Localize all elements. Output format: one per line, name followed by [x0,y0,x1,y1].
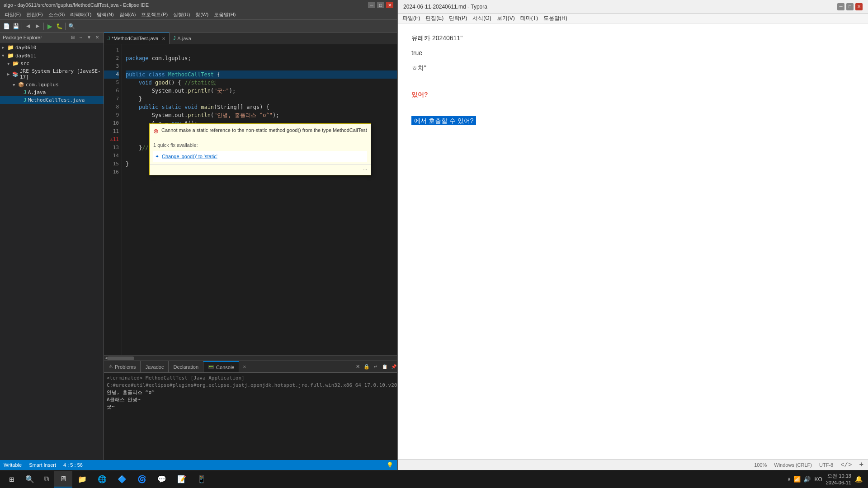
code-line-2: package com.lguplus; [126,54,397,62]
eclipse-maximize-btn[interactable]: □ [377,2,384,8]
typora-add-btn[interactable]: + [859,461,863,469]
volume-icon[interactable]: 🔊 [803,476,811,483]
taskbar-time-block[interactable]: 오전 10:13 2024-06-11 [826,473,851,486]
taskbar-item-chrome[interactable]: 🌐 [92,471,112,488]
taskbar-lang: KO [814,476,822,483]
open-in-editor-btn[interactable]: 📋 [381,363,389,371]
typora-minimize-btn[interactable]: ─ [837,3,844,10]
line-num-14: 14 [104,152,119,160]
link-with-editor-btn[interactable]: ↔ [77,34,85,41]
taskbar-search[interactable]: 🔍 [22,471,38,488]
h-scroll-thumb[interactable] [107,357,134,360]
chevron-icon[interactable]: ∧ [788,476,791,483]
tab-close-methodcall[interactable]: ✕ [162,36,165,41]
taskbar-item-eclipse[interactable]: 🖥 [54,471,72,488]
typora-menu-file[interactable]: 파일(F) [400,14,423,23]
word-wrap-btn[interactable]: ↵ [372,363,380,371]
toolbar-new-btn[interactable]: 📄 [2,22,11,31]
taskbar-item-explorer[interactable]: 📁 [72,471,92,488]
eclipse-pane: algo - day0611/src/com/lguplus/MethodCal… [0,0,398,470]
taskbar-taskview[interactable]: ⧉ [38,471,54,488]
menu-help[interactable]: 도움말(H) [211,10,238,19]
menu-file[interactable]: 파일(F) [2,10,24,19]
menu-run[interactable]: 실행(U) [170,10,193,19]
menu-source[interactable]: 소스(S) [46,10,68,19]
typora-close-btn[interactable]: ✕ [855,3,863,10]
arrow-icon: ▶ [2,45,7,50]
typora-menu-paragraph[interactable]: 단락(P) [446,14,470,23]
typora-code-btn[interactable]: </> [840,461,852,469]
menu-refactor[interactable]: 리팩터(T) [67,10,94,19]
tab-console[interactable]: 📟 Console [203,361,239,372]
typora-content[interactable]: 유레카 20240611" true ㅎ차" 있어? 에서 호출할 수 있어? [398,23,868,459]
code-line-9: System.out.println("안녕, 홍플리스 ^o^"); [126,111,397,119]
start-button[interactable]: ⊞ [2,471,22,488]
typora-line-3: ㅎ차" [411,62,854,74]
toolbar-fwd-btn[interactable]: ▶ [33,22,42,31]
console-close-btn[interactable]: ✕ [240,361,249,372]
h-scroll-bar[interactable]: ◀ ▶ [104,355,397,361]
toolbar-save-btn[interactable]: 💾 [11,22,20,31]
typora-pane: 2024-06-11-20240611.md - Typora ─ □ ✕ 파일… [398,0,868,470]
menu-search[interactable]: 검색(A) [117,10,139,19]
menu-project[interactable]: 프로젝트(P) [138,10,170,19]
line-num-16: 16 [104,168,119,176]
lang-indicator[interactable]: KO [814,476,822,483]
code-content[interactable]: package com.lguplus; public class Method… [122,44,397,355]
scroll-lock-btn[interactable]: 🔒 [363,363,371,371]
pin-console-btn[interactable]: 📌 [390,363,397,371]
view-menu-btn[interactable]: ▼ [85,34,93,41]
tree-item-jre[interactable]: ▶ 📚 JRE System Library [JavaSE-17] [0,67,104,81]
error-popup-header: ⊗ Cannot make a static reference to the … [150,124,371,138]
typora-menu-edit[interactable]: 편집(E) [423,14,446,23]
src-icon: 📂 [13,61,19,66]
eclipse-minimize-btn[interactable]: ─ [368,2,375,8]
clear-console-btn[interactable]: ✕ [354,363,362,371]
notification-btn[interactable]: 🔔 [855,475,863,483]
line-numbers: 1 2 3 4 5 6 7 8 9 10 11 ⚠11 [104,44,122,355]
tab-methodcalltest[interactable]: J *MethodCallTest.java ✕ [104,33,170,44]
collapse-all-btn[interactable]: ⊟ [69,34,76,41]
console-content: <terminated> MethodCallTest [Java Applic… [104,373,397,460]
network-icon[interactable]: 📶 [793,476,801,483]
taskbar-item-discord[interactable]: 💬 [152,471,172,488]
typora-menu-view[interactable]: 보기(V) [494,14,518,23]
toolbar-sep-2 [43,23,44,30]
tab-javadoc[interactable]: Javadoc [141,361,169,372]
error-popup: ⊗ Cannot make a static reference to the … [149,123,371,175]
typora-menu-theme[interactable]: 테마(T) [518,14,541,23]
typora-menu-help[interactable]: 도움말(H) [541,14,570,23]
tree-item-day0610[interactable]: ▶ 📁 day0610 [0,43,104,52]
menu-edit[interactable]: 편집(E) [24,10,46,19]
menu-window[interactable]: 창(W) [193,10,211,19]
line-num-4: 4 [104,70,119,79]
toolbar-back-btn[interactable]: ◀ [24,22,33,31]
tab-ajava[interactable]: J A.java [170,33,201,44]
tab-problems[interactable]: ⚠ Problems [104,361,141,372]
tree-label-day0611: day0611 [15,53,36,59]
taskbar-item-app[interactable]: 📱 [192,471,212,488]
taskbar-item-edge[interactable]: 🔷 [112,471,132,488]
eclipse-status-bar: Writable Smart Insert 4 : 5 : 56 💡 [0,460,397,470]
tab-declaration[interactable]: Declaration [169,361,203,372]
tab-label-ajava: A.java [177,36,191,41]
tree-item-day0611[interactable]: ▼ 📁 day0611 [0,52,104,60]
explorer-close-btn[interactable]: ✕ [94,34,101,41]
toolbar-debug-btn[interactable]: 🐛 [55,22,64,31]
typora-maximize-btn[interactable]: □ [846,3,854,10]
tree-item-ajava[interactable]: J A.java [0,89,104,96]
taskbar-item-notepad[interactable]: 📝 [172,471,192,488]
menu-navigate[interactable]: 탐색(N) [94,10,116,19]
console-terminated-line: <terminated> MethodCallTest [Java Applic… [107,375,397,389]
toolbar-search-btn[interactable]: 🔍 [67,22,76,31]
eclipse-close-btn[interactable]: ✕ [386,2,393,8]
error-popup-body: 1 quick fix available: ✦ Change 'good()'… [150,138,371,164]
toolbar-run-btn[interactable]: ▶ [45,22,54,31]
eclipse-main-content: Package Explorer ⊟ ↔ ▼ ✕ ▶ 📁 [0,33,397,460]
tree-item-src[interactable]: ▼ 📂 src [0,60,104,67]
quick-fix-item-1[interactable]: ✦ Change 'good()' to 'static' [153,151,367,162]
taskbar-item-browser2[interactable]: 🌀 [132,471,152,488]
tree-item-package[interactable]: ▼ 📦 com.lguplus [0,81,104,89]
typora-menu-format[interactable]: 서식(O) [470,14,494,23]
tree-item-methodcall[interactable]: J MethodCallTest.java [0,96,104,104]
